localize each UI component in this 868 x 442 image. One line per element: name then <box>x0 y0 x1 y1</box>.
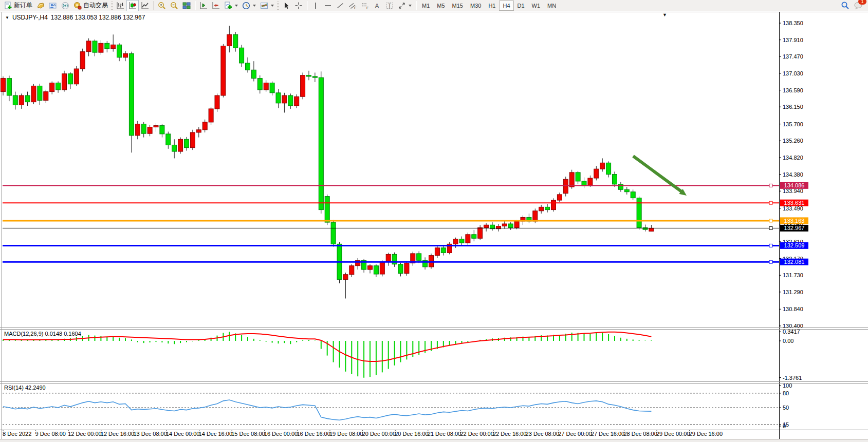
add-indicator-dropdown-caret[interactable] <box>235 5 238 7</box>
vertical-line-tool-button[interactable] <box>309 0 322 11</box>
macd-axis-label: 0.00 <box>783 338 793 344</box>
candle-body <box>257 79 262 90</box>
equidistant-channel-tool-button[interactable]: E <box>346 0 359 11</box>
candle-body <box>227 34 232 46</box>
trendline-tool-button[interactable] <box>334 0 346 11</box>
crosshair-tool-button[interactable] <box>292 0 305 11</box>
notification-badge: 1 <box>858 0 866 5</box>
search-button[interactable] <box>839 0 852 11</box>
candle-body <box>276 93 281 103</box>
line-handle[interactable] <box>769 244 772 247</box>
templates-button[interactable] <box>258 0 276 11</box>
zoom-out-icon <box>170 2 178 10</box>
zoom-in-button[interactable] <box>156 0 168 11</box>
signals-button[interactable] <box>59 0 71 11</box>
date-axis-label: 8 Dec 2022 <box>3 431 31 437</box>
add-indicator-button[interactable] <box>222 0 240 11</box>
new-order-button[interactable]: 新订单 <box>2 0 34 11</box>
candle-body <box>74 69 79 84</box>
timeframe-button-H1[interactable]: H1 <box>485 1 499 11</box>
timeframe-button-D1[interactable]: D1 <box>514 1 528 11</box>
timeframe-group: M1M5M15M30H1H4D1W1MN <box>418 1 560 11</box>
chart-shift-button[interactable] <box>197 0 210 11</box>
candle-body <box>62 74 67 90</box>
templates-dropdown-caret[interactable] <box>271 5 274 7</box>
line-handle[interactable] <box>769 226 772 229</box>
svg-text:A: A <box>375 2 379 9</box>
date-axis-label: 15 Dec 08:00 <box>231 431 265 437</box>
date-axis-label: 27 Dec 00:00 <box>558 431 592 437</box>
line-handle[interactable] <box>769 260 772 263</box>
macd-indicator-label: MACD(12,26,9) 0.0148 0.1604 <box>4 331 81 337</box>
cursor-tool-button[interactable] <box>280 0 292 11</box>
candle-body <box>453 239 458 244</box>
date-axis-label: 22 Dec 00:00 <box>460 431 493 437</box>
timeframe-button-M30[interactable]: M30 <box>467 1 485 11</box>
candle-body <box>154 126 158 127</box>
candle-body <box>50 83 54 91</box>
channel-icon: E <box>348 2 357 10</box>
chart-title-symbol: USDJPY-,H4 <box>12 14 48 21</box>
candle-body <box>129 53 134 136</box>
candle-body <box>343 275 348 280</box>
arrows-tool-button[interactable] <box>396 0 414 11</box>
candle-body <box>117 45 122 57</box>
candle-body <box>80 52 85 69</box>
date-axis-label: 13 Dec 08:00 <box>133 431 167 437</box>
tile-windows-button[interactable] <box>180 0 193 11</box>
chart-title[interactable]: ▼ USDJPY-,H4 132.886 133.053 132.886 132… <box>5 14 145 21</box>
periods-dropdown-caret[interactable] <box>253 5 256 7</box>
candle-body <box>417 254 421 260</box>
date-axis-label: 21 Dec 08:00 <box>428 431 461 437</box>
timeframe-button-M1[interactable]: M1 <box>418 1 433 11</box>
candle-body <box>7 79 11 95</box>
notifications-button[interactable]: 1 <box>852 0 865 11</box>
chart-profile-icon <box>36 2 45 10</box>
text-tool-button[interactable]: A <box>371 0 383 11</box>
timeframe-button-M15[interactable]: M15 <box>449 1 467 11</box>
toolbar-grip <box>277 2 279 10</box>
chart-menu-marker-icon[interactable]: ▼ <box>662 12 667 17</box>
chart-shift-icon <box>199 2 208 10</box>
market-watch-button[interactable] <box>47 0 59 11</box>
zoom-in-icon <box>158 2 166 10</box>
candle-body <box>209 109 213 122</box>
candle-body <box>514 221 519 228</box>
candlestick-chart-button[interactable] <box>126 0 139 11</box>
candle-body <box>196 130 201 132</box>
line-handle[interactable] <box>769 219 772 222</box>
candle-body <box>141 124 146 134</box>
periods-button[interactable] <box>240 0 258 11</box>
line-handle[interactable] <box>769 201 772 204</box>
tile-windows-icon <box>182 2 191 10</box>
chart-canvas[interactable]: 138.350137.910137.470137.030136.590136.1… <box>0 0 868 442</box>
timeframe-button-H4[interactable]: H4 <box>499 1 513 11</box>
date-axis-label: 29 Dec 00:00 <box>656 431 690 437</box>
rsi-axis-label: 100 <box>783 382 792 389</box>
profiles-button[interactable] <box>34 0 47 11</box>
candle-body <box>533 211 538 221</box>
line-chart-button[interactable] <box>139 0 151 11</box>
date-axis-label: 22 Dec 16:00 <box>493 431 526 437</box>
candle-body <box>294 97 299 106</box>
timeframe-button-M5[interactable]: M5 <box>433 1 448 11</box>
mt4-window: { "toolbar": { "new_order_label": "新订单",… <box>0 0 868 442</box>
candle-body <box>215 95 219 109</box>
candle-body <box>386 254 391 262</box>
arrows-dropdown-caret[interactable] <box>409 5 412 7</box>
line-handle[interactable] <box>769 184 772 187</box>
chart-collapse-icon[interactable]: ▼ <box>5 15 9 20</box>
candle-body <box>44 92 48 101</box>
horizontal-line-tool-button[interactable] <box>322 0 334 11</box>
fibonacci-tool-button[interactable]: F <box>359 0 371 11</box>
trendline-icon <box>336 2 344 10</box>
timeframe-button-MN[interactable]: MN <box>544 1 560 11</box>
text-label-tool-button[interactable]: T <box>383 0 396 11</box>
time-axis: 8 Dec 20229 Dec 08:0012 Dec 00:0012 Dec … <box>3 430 723 437</box>
zoom-out-button[interactable] <box>168 0 180 11</box>
auto-scroll-button[interactable] <box>210 0 222 11</box>
bar-chart-button[interactable] <box>114 0 126 11</box>
auto-trading-button[interactable]: 自动交易 <box>71 0 110 11</box>
price-line-badge-label: 133.631 <box>784 200 805 206</box>
timeframe-button-W1[interactable]: W1 <box>528 1 544 11</box>
